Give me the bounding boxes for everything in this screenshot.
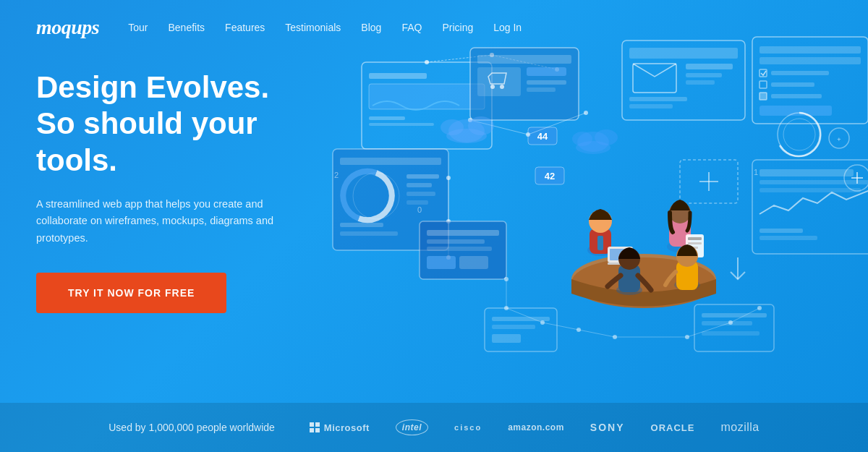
svg-rect-100 [427, 230, 499, 236]
svg-rect-65 [760, 169, 854, 176]
intel-logo: intel [396, 419, 428, 435]
svg-rect-29 [686, 64, 733, 69]
svg-text:+: + [837, 136, 841, 143]
svg-rect-16 [527, 67, 566, 76]
svg-rect-31 [686, 80, 715, 85]
used-by-text: Used by 1,000,000 people worldwide [109, 422, 275, 433]
svg-rect-18 [527, 88, 556, 92]
svg-rect-82 [597, 236, 603, 250]
sony-logo: SONY [590, 422, 625, 433]
svg-rect-125 [694, 304, 774, 351]
svg-rect-39 [760, 81, 767, 88]
svg-rect-52 [407, 183, 432, 187]
svg-text:44: 44 [537, 131, 548, 142]
svg-rect-128 [702, 331, 760, 336]
svg-rect-91 [688, 242, 702, 244]
illustration-svg: 44 [326, 33, 868, 438]
svg-rect-41 [760, 93, 767, 100]
svg-rect-49 [340, 158, 441, 165]
cta-button[interactable]: TRY IT NOW FOR FREE [36, 273, 226, 313]
hero-description: A streamlined web app that helps you cre… [36, 196, 311, 247]
svg-rect-90 [688, 237, 702, 240]
nav-faq[interactable]: FAQ [401, 22, 422, 33]
svg-rect-121 [485, 308, 557, 351]
svg-text:1: 1 [754, 168, 758, 176]
svg-rect-51 [407, 174, 439, 179]
svg-rect-13 [477, 67, 521, 96]
hero-title: Design Evolves. So should your tools. [36, 69, 340, 179]
svg-point-133 [446, 129, 487, 143]
svg-rect-1 [369, 73, 427, 79]
nav-pricing[interactable]: Pricing [442, 22, 473, 33]
svg-rect-17 [527, 80, 566, 85]
svg-rect-42 [771, 94, 822, 98]
svg-rect-40 [771, 82, 814, 87]
svg-point-14 [490, 85, 495, 89]
nav-tour[interactable]: Tour [128, 22, 148, 33]
svg-rect-38 [771, 71, 829, 75]
nav-links: Tour Benefits Features Testimonials Blog… [128, 21, 522, 34]
brand-logos: Microsoft intel cisco amazon.com SONY OR… [310, 419, 760, 435]
svg-rect-54 [407, 200, 428, 205]
svg-rect-104 [459, 256, 488, 269]
svg-point-15 [500, 85, 504, 89]
svg-line-117 [579, 330, 615, 337]
svg-rect-124 [492, 334, 521, 343]
amazon-logo: amazon.com [508, 422, 564, 432]
svg-text:0: 0 [417, 205, 422, 214]
svg-rect-127 [702, 321, 752, 325]
hero-section: Design Evolves. So should your tools. A … [0, 55, 868, 313]
svg-rect-126 [702, 313, 767, 317]
svg-point-137 [576, 141, 610, 154]
svg-rect-69 [760, 236, 817, 240]
logo[interactable]: moqups [36, 16, 99, 39]
nav-blog[interactable]: Blog [361, 22, 381, 33]
svg-rect-66 [760, 180, 868, 184]
page-wrapper: moqups Tour Benefits Features Testimonia… [0, 0, 868, 452]
svg-rect-4 [369, 123, 434, 126]
svg-rect-103 [427, 256, 456, 269]
cisco-logo: cisco [454, 423, 482, 432]
microsoft-logo: Microsoft [310, 422, 370, 433]
svg-rect-102 [427, 247, 492, 251]
nav-features[interactable]: Features [225, 22, 265, 33]
hero-illustration: 44 [326, 33, 868, 438]
svg-rect-55 [340, 223, 383, 227]
navbar: moqups Tour Benefits Features Testimonia… [0, 0, 868, 55]
svg-rect-68 [760, 229, 803, 233]
oracle-logo: ORACLE [651, 422, 695, 433]
svg-rect-67 [760, 188, 861, 192]
nav-login[interactable]: Log In [493, 22, 522, 33]
svg-rect-122 [492, 317, 550, 321]
svg-line-116 [542, 323, 579, 330]
svg-rect-12 [477, 55, 571, 64]
svg-rect-32 [629, 97, 687, 101]
svg-rect-2 [369, 84, 485, 109]
svg-rect-53 [407, 192, 435, 196]
nav-testimonials[interactable]: Testimonials [285, 22, 341, 33]
svg-rect-33 [629, 104, 673, 108]
svg-rect-56 [340, 231, 398, 236]
svg-text:42: 42 [545, 171, 555, 182]
svg-rect-43 [760, 106, 832, 116]
svg-rect-3 [369, 116, 405, 120]
bottom-bar: Used by 1,000,000 people worldwide Micro… [0, 403, 868, 452]
svg-rect-30 [686, 73, 722, 77]
ms-icon [310, 422, 320, 432]
svg-rect-123 [492, 325, 535, 329]
svg-rect-101 [427, 239, 485, 244]
svg-rect-36 [760, 57, 861, 64]
mozilla-logo: mozilla [720, 421, 759, 434]
nav-benefits[interactable]: Benefits [168, 22, 205, 33]
hero-text: Design Evolves. So should your tools. A … [36, 69, 340, 313]
